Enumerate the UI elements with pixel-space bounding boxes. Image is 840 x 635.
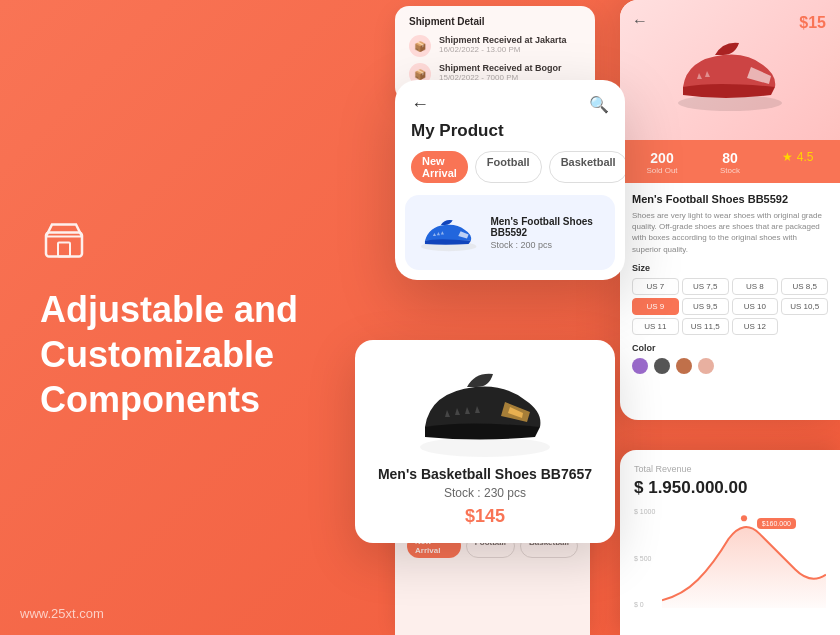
detail-price-badge: $15	[799, 14, 826, 32]
shipment-name-1: Shipment Received at Jakarta	[439, 35, 567, 45]
tab-football[interactable]: Football	[475, 151, 542, 183]
store-icon	[40, 214, 88, 262]
size-us75[interactable]: US 7,5	[682, 278, 729, 295]
size-us10[interactable]: US 10	[732, 298, 779, 315]
watermark: www.25xt.com	[20, 606, 104, 621]
shoe-red-img	[665, 25, 795, 115]
shoe-blue-img	[417, 205, 480, 260]
color-dot-3[interactable]	[676, 358, 692, 374]
color-dot-4[interactable]	[698, 358, 714, 374]
size-us105[interactable]: US 10,5	[781, 298, 828, 315]
shipment-icon-1: 📦	[409, 35, 431, 57]
chart-ylabel-2: $ 500	[634, 555, 655, 562]
chart-svg	[662, 508, 826, 608]
detail-body: Men's Football Shoes BB5592 Shoes are ve…	[620, 183, 840, 384]
product-card-small[interactable]: Men's Football Shoes BB5592 Stock : 200 …	[405, 195, 615, 270]
size-us8[interactable]: US 8	[732, 278, 779, 295]
search-icon-main[interactable]: 🔍	[589, 95, 609, 114]
detail-title: Men's Football Shoes BB5592	[632, 193, 828, 205]
size-us9[interactable]: US 9	[632, 298, 679, 315]
featured-product-stock: Stock : 230 pcs	[373, 486, 597, 500]
chart-y-axis: $ 1000 $ 500 $ 0	[634, 508, 655, 608]
tab-basketball[interactable]: Basketball	[549, 151, 625, 183]
chart-tooltip: $160.000	[757, 518, 796, 529]
hero-section: Adjustable and Customizable Components	[40, 214, 320, 421]
detail-back-arrow[interactable]: ←	[632, 12, 648, 30]
color-dot-1[interactable]	[632, 358, 648, 374]
color-label: Color	[632, 343, 828, 353]
revenue-chart: $ 1000 $ 500 $ 0 $160.000	[634, 508, 826, 608]
svg-point-3	[420, 437, 550, 457]
right-detail-panel: ← $15 200 Sold Out 80 Stock ★ 4.5 Men's …	[620, 0, 840, 420]
stat-sold: 200 Sold Out	[632, 150, 692, 175]
svg-point-5	[741, 515, 747, 521]
color-dot-2[interactable]	[654, 358, 670, 374]
size-label: Size	[632, 263, 828, 273]
shipment-item-1: 📦 Shipment Received at Jakarta 16/02/202…	[409, 35, 581, 57]
featured-product-name: Men's Basketball Shoes BB7657	[373, 466, 597, 482]
my-product-title: My Product	[395, 121, 625, 151]
revenue-card: Total Revenue $ 1.950.000.00 $ 1000 $ 50…	[620, 450, 840, 635]
size-us11[interactable]: US 11	[632, 318, 679, 335]
size-us7[interactable]: US 7	[632, 278, 679, 295]
revenue-label: Total Revenue	[634, 464, 826, 474]
chart-ylabel-1: $ 1000	[634, 508, 655, 515]
back-arrow-main[interactable]: ←	[411, 94, 429, 115]
size-us85[interactable]: US 8,5	[781, 278, 828, 295]
small-product-stock: Stock : 200 pcs	[490, 240, 603, 250]
phone-card-main: ← 🔍 My Product New Arrival Football Bask…	[395, 80, 625, 280]
shipment-title: Shipment Detail	[409, 16, 581, 27]
size-us95[interactable]: US 9,5	[682, 298, 729, 315]
stat-stars: ★ 4.5	[768, 150, 828, 175]
main-heading: Adjustable and Customizable Components	[40, 286, 320, 421]
featured-product-card[interactable]: Men's Basketball Shoes BB7657 Stock : 23…	[355, 340, 615, 543]
featured-product-price: $145	[373, 506, 597, 527]
featured-shoe-img	[405, 352, 565, 462]
shipment-date-1: 16/02/2022 - 13.00 PM	[439, 45, 567, 54]
size-grid: US 7 US 7,5 US 8 US 8,5 US 9 US 9,5 US 1…	[632, 278, 828, 335]
size-us115[interactable]: US 11,5	[682, 318, 729, 335]
svg-rect-1	[58, 242, 70, 256]
stat-stock: 80 Stock	[700, 150, 760, 175]
tab-new-arrival[interactable]: New Arrival	[411, 151, 468, 183]
size-us12[interactable]: US 12	[732, 318, 779, 335]
detail-description: Shoes are very light to wear shoes with …	[632, 210, 828, 255]
revenue-amount: $ 1.950.000.00	[634, 478, 826, 498]
shipment-name-2: Shipment Received at Bogor	[439, 63, 562, 73]
stats-row: 200 Sold Out 80 Stock ★ 4.5	[620, 140, 840, 183]
color-options	[632, 358, 828, 374]
filter-tabs: New Arrival Football Basketball	[395, 151, 625, 195]
chart-ylabel-3: $ 0	[634, 601, 655, 608]
small-product-name: Men's Football Shoes BB5592	[490, 216, 603, 238]
